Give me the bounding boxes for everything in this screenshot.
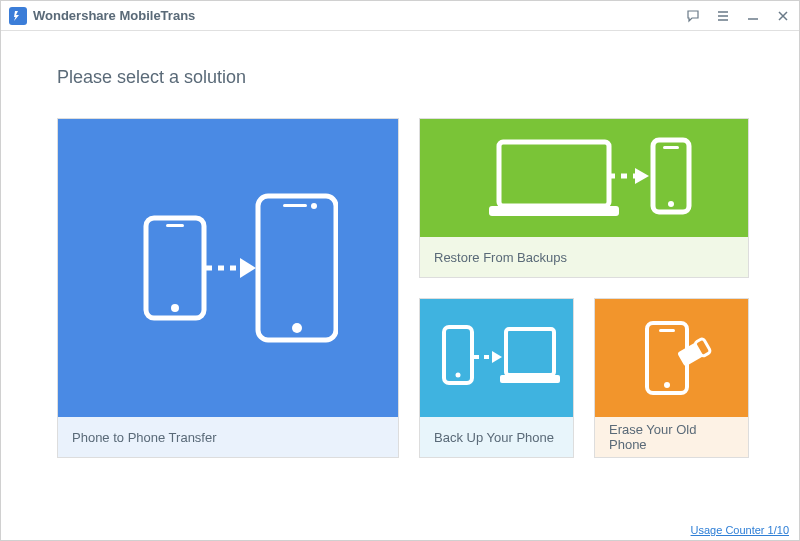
- page-heading: Please select a solution: [57, 67, 743, 88]
- titlebar: Wondershare MobileTrans: [1, 1, 799, 31]
- app-title: Wondershare MobileTrans: [33, 8, 685, 23]
- tile-phone-to-phone-transfer[interactable]: Phone to Phone Transfer: [57, 118, 399, 458]
- tile-label: Restore From Backups: [420, 237, 748, 277]
- bottom-row: Back Up Your Phone: [419, 298, 749, 458]
- svg-rect-15: [500, 375, 560, 383]
- svg-rect-11: [663, 146, 679, 149]
- tile-label: Phone to Phone Transfer: [58, 417, 398, 457]
- transfer-icon: [58, 119, 398, 417]
- tile-back-up-your-phone[interactable]: Back Up Your Phone: [419, 298, 574, 458]
- svg-point-13: [455, 373, 460, 378]
- app-logo-icon: [9, 7, 27, 25]
- svg-rect-3: [258, 196, 336, 340]
- svg-rect-14: [506, 329, 554, 375]
- svg-rect-18: [659, 329, 675, 332]
- tile-restore-from-backups[interactable]: Restore From Backups: [419, 118, 749, 278]
- svg-point-4: [292, 323, 302, 333]
- minimize-button[interactable]: [745, 8, 761, 24]
- main-content: Please select a solution: [1, 31, 799, 458]
- svg-point-1: [171, 304, 179, 312]
- svg-rect-8: [489, 206, 619, 216]
- tile-label: Erase Your Old Phone: [595, 417, 748, 457]
- usage-counter-link[interactable]: Usage Counter 1/10: [691, 524, 789, 536]
- svg-point-17: [664, 382, 670, 388]
- close-button[interactable]: [775, 8, 791, 24]
- svg-rect-0: [146, 218, 204, 318]
- solution-grid: Phone to Phone Transfer: [57, 118, 743, 458]
- erase-icon: [595, 299, 748, 417]
- svg-point-10: [668, 201, 674, 207]
- feedback-icon[interactable]: [685, 8, 701, 24]
- backup-icon: [420, 299, 573, 417]
- menu-icon[interactable]: [715, 8, 731, 24]
- right-column: Restore From Backups: [419, 118, 749, 278]
- svg-point-5: [311, 203, 317, 209]
- window-controls: [685, 8, 791, 24]
- svg-rect-7: [499, 142, 609, 206]
- tile-erase-your-old-phone[interactable]: Erase Your Old Phone: [594, 298, 749, 458]
- tile-label: Back Up Your Phone: [420, 417, 573, 457]
- svg-rect-2: [166, 224, 184, 227]
- restore-icon: [420, 119, 748, 237]
- svg-rect-6: [283, 204, 307, 207]
